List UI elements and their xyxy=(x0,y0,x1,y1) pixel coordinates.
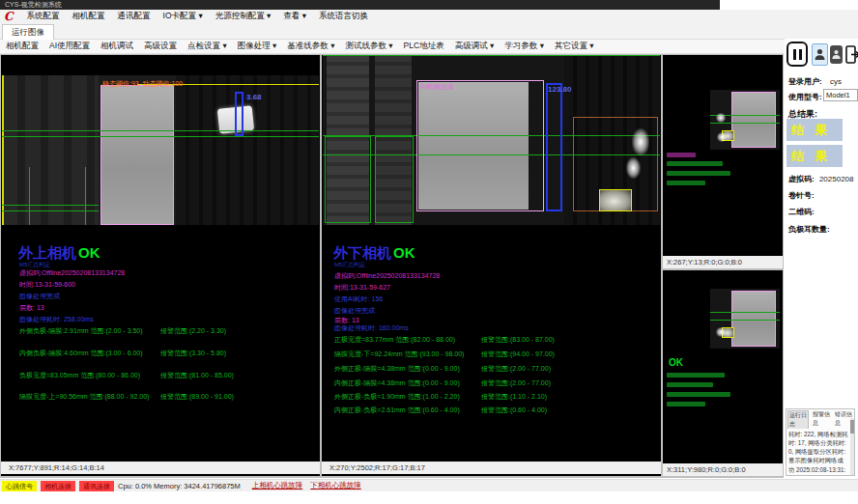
tool-ai-usage-config[interactable]: AI使用配置 xyxy=(49,41,90,52)
threshold-overlay-label: 静态阈值:93, 动态阈值:100 xyxy=(102,79,183,89)
measurement-row: 内侧正极-隔膜=4.38mm 范围:(0.00 - 9.00) 报警范围:(2.… xyxy=(322,378,661,387)
measurement-row: 负极宽度=83.05mm 范围:(80.00 - 86.00) 报警范围:(81… xyxy=(1,371,320,379)
reference-line xyxy=(2,75,4,225)
camera-thumb-image-top[interactable] xyxy=(710,90,780,150)
camera-name: 外下相机 xyxy=(333,244,391,261)
tool-plc-address-table[interactable]: PLC地址表 xyxy=(404,41,444,52)
app-logo-icon: C xyxy=(4,11,14,22)
app-window: CYS-视觉检测系统 C 系统配置 相机配置 通讯配置 IO卡配置 ▾ 光源控制… xyxy=(0,0,858,504)
alarm-range-text: 报警范围:(81.00 - 85.00) xyxy=(160,371,234,380)
camera-thumb-image-bottom[interactable] xyxy=(710,289,780,349)
lower-camera-fault-link[interactable]: 下相机心跳故障 xyxy=(310,481,361,490)
baseline xyxy=(85,167,86,225)
exit-button[interactable] xyxy=(844,43,858,66)
log-scrollbar-thumb[interactable] xyxy=(850,420,854,434)
menu-item-language-switch[interactable]: 系统语言切换 xyxy=(319,11,368,22)
upper-camera-fault-link[interactable]: 上相机心跳故障 xyxy=(252,481,303,490)
login-user-label: 登录用户: cys xyxy=(788,76,842,87)
membrane-region xyxy=(731,291,776,347)
layers-line: 层数: 13 xyxy=(19,303,44,313)
model-label: 使用型号: xyxy=(788,92,822,102)
model-input[interactable]: Model1 xyxy=(823,89,858,101)
thumb-text-line xyxy=(667,402,705,406)
measurement-row: 内侧负极-隔膜:4.60mm 范围:(3.00 - 6.00) 报警范围:(3.… xyxy=(1,349,320,357)
baseline xyxy=(2,130,319,131)
tab-run-image[interactable]: 运行图像 xyxy=(2,24,54,40)
thumb-text-line xyxy=(667,373,725,378)
tool-advanced-settings[interactable]: 高级设置 xyxy=(144,41,177,52)
tool-image-processing[interactable]: 图像处理 ▾ xyxy=(238,41,277,52)
sidebar: 登录用户: cys 使用型号: Model1 总结果: 结 果 结 果 虚拟码:… xyxy=(785,39,858,477)
pause-button[interactable] xyxy=(786,42,808,67)
pixel-coords-readout: X:270;Y:2502;R:17;G:17;B:17 xyxy=(322,462,661,474)
bright-spot xyxy=(626,157,641,179)
elapsed-line: 图像处理耗时: 160.00ms xyxy=(334,323,409,333)
menu-item-io-config[interactable]: IO卡配置 ▾ xyxy=(163,11,203,22)
virtual-code-line: 虚拟码:Offline20250208133134728 xyxy=(334,271,440,281)
result-box-1: 结 果 xyxy=(786,119,843,141)
highlight-rect xyxy=(599,189,632,211)
measurement-row: 内侧正极-负极=2.61mm 范围:(0.60 - 4.00) 报警范围:(0.… xyxy=(322,406,661,414)
tool-testline-params[interactable]: 测试线参数 ▾ xyxy=(345,41,392,52)
cpu-memory-readout: Cpu: 0.0% Memory: 3424.41796875M xyxy=(118,482,241,490)
measurement-rect xyxy=(235,92,243,136)
measurement-text: 外侧负极-隔膜:2.91mm 范围:(2.00 - 3.50) xyxy=(19,326,143,336)
statusbar: 心跳信号 相机连接 通讯连接 Cpu: 0.0% Memory: 3424.41… xyxy=(0,479,858,491)
virtual-code-value: 20250208 xyxy=(819,175,854,183)
menu-item-system-config[interactable]: 系统配置 xyxy=(27,11,60,22)
thumb-text-line xyxy=(667,161,723,166)
tool-other-settings[interactable]: 其它设置 ▾ xyxy=(555,41,594,52)
bright-spot xyxy=(716,113,726,123)
tool-spot-check[interactable]: 点检设置 ▾ xyxy=(187,41,227,52)
camera-panel-outer-lower: AI检测区域 123.80 外下相机OK M5汇总判定 虚拟码:Offline2… xyxy=(322,55,661,476)
virtual-code-line: 虚拟码:Offline20250208133134728 xyxy=(19,268,125,278)
tool-learning-params[interactable]: 学习参数 ▾ xyxy=(504,41,544,52)
result-box-2: 结 果 xyxy=(786,145,843,167)
baseline xyxy=(2,210,99,211)
bright-spot xyxy=(632,128,649,155)
camera-image-outer-upper[interactable]: 静态阈值:93, 动态阈值:100 3.68 xyxy=(2,75,319,225)
login-user-button[interactable] xyxy=(812,43,828,66)
tool-baseline-params[interactable]: 基准线参数 ▾ xyxy=(287,41,334,52)
log-tab-alarm[interactable]: 报警信息 xyxy=(812,410,831,429)
log-scrollbar[interactable] xyxy=(850,418,854,475)
alarm-range-text: 报警范围:(89.00 - 91.00) xyxy=(160,392,234,402)
tool-camera-config[interactable]: 相机配置 xyxy=(6,41,39,52)
tool-camera-debug[interactable]: 相机调试 xyxy=(100,41,133,52)
pixel-coords-readout: X:267;Y:13;R:0;G:0;B:0 xyxy=(663,256,783,268)
elapsed-line: 图像处理耗时: 258.00ms xyxy=(19,315,94,324)
menu-item-camera-config[interactable]: 相机配置 xyxy=(72,11,105,22)
window-titlebar[interactable]: CYS-视觉检测系统 xyxy=(0,0,720,10)
baseline xyxy=(710,123,780,124)
menu-item-view[interactable]: 查看 ▾ xyxy=(283,11,306,22)
measurement-text: 外侧正极-隔膜=4.38mm 范围:(0.00 - 9.00) xyxy=(334,364,460,374)
pixel-coords-readout: X:311;Y:980;R:0;G:0;B:0 xyxy=(663,463,783,476)
baseline xyxy=(323,55,660,56)
alarm-range-text: 报警范围:(83.00 - 87.00) xyxy=(481,335,555,345)
log-panel: 运行日志 报警信息 错误信息 耗时: 222, 网络检测耗时: 17, 网络分类… xyxy=(786,408,855,476)
menu-item-comm-config[interactable]: 通讯配置 xyxy=(118,11,151,22)
process-done-line: 图像处理完成 xyxy=(334,306,375,316)
pixel-coords-readout: X:7677;Y:891;R:14;G:14;B:14 xyxy=(1,462,320,474)
camera-thumb-panel-top: X:267;Y:13;R:0;G:0;B:0 xyxy=(663,55,783,268)
menu-item-light-config[interactable]: 光源控制配置 ▾ xyxy=(215,11,272,22)
measurement-rect xyxy=(546,83,562,211)
thumb-text-line xyxy=(667,382,713,387)
time-line: 时间:13-31-59-600 xyxy=(19,280,75,290)
log-content[interactable]: 耗时: 222, 网络检测耗时: 17, 网络分类耗时: 0, 网络提取分区耗时… xyxy=(786,429,854,476)
thumb-text-line xyxy=(667,153,696,157)
alarm-range-text: 报警范围:(3.30 - 5.80) xyxy=(160,349,226,358)
thumb-text-line xyxy=(667,181,705,185)
camera-image-outer-lower[interactable]: AI检测区域 123.80 xyxy=(323,55,660,225)
camera-subtitle: M5汇总判定 xyxy=(334,261,365,269)
comm-connect-status-badge: 通讯连接 xyxy=(79,481,114,491)
user-dark-button[interactable] xyxy=(830,45,843,64)
log-tab-run[interactable]: 运行日志 xyxy=(787,410,809,429)
measurement-text: 外侧正极-负极=1.90mm 范围:(1.00 - 2.20) xyxy=(334,392,460,402)
tool-advanced-debug[interactable]: 高级调试 ▾ xyxy=(455,41,495,52)
virtual-code-label: 虚拟码: 20250208 xyxy=(788,174,854,184)
negative-tab-count-label: 负极耳数量: xyxy=(788,224,830,235)
time-line: 时间:13-31-59-627 xyxy=(334,283,390,293)
user-icon xyxy=(815,48,825,61)
alarm-range-text: 报警范围:(2.20 - 3.30) xyxy=(160,326,226,336)
